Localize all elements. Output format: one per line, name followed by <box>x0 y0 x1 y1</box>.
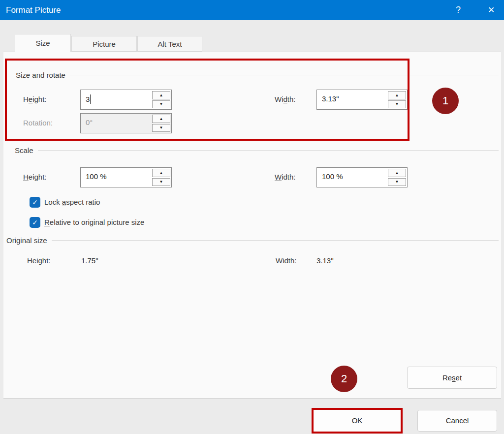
group-label-scale: Scale <box>15 146 33 155</box>
title-bar: Format Picture ? ✕ <box>0 0 504 20</box>
step1-badge: 1 <box>432 88 459 114</box>
checkmark-icon: ✓ <box>32 218 38 226</box>
rotation-input: 0° ▲ ▼ <box>80 113 172 133</box>
spinner-up-icon: ▲ <box>152 115 170 123</box>
scale-height-value: 100 % <box>81 168 151 187</box>
group-divider <box>70 75 499 75</box>
scale-width-input[interactable]: 100 % ▲ ▼ <box>316 167 408 187</box>
scale-width-label: Width: <box>275 173 296 181</box>
spinner-up-icon[interactable]: ▲ <box>152 169 170 177</box>
group-label-size-and-rotate: Size and rotate <box>16 71 65 79</box>
height-input[interactable]: 3 ▲ ▼ <box>80 90 172 110</box>
scale-height-input[interactable]: 100 % ▲ ▼ <box>80 167 172 187</box>
rotation-label: Rotation: <box>23 119 53 127</box>
original-height-label: Height: <box>27 256 51 265</box>
spinner-down-icon[interactable]: ▼ <box>388 100 406 109</box>
help-icon[interactable]: ? <box>451 0 466 20</box>
spinner-up-icon[interactable]: ▲ <box>388 91 406 99</box>
rotation-value: 0° <box>81 114 151 133</box>
cancel-button[interactable]: Cancel <box>417 410 497 432</box>
group-original-size: Original size <box>6 236 499 245</box>
checkmark-icon: ✓ <box>32 198 38 206</box>
group-size-and-rotate: Size and rotate <box>16 71 499 79</box>
original-width-label: Width: <box>276 256 297 265</box>
rotation-spinner: ▲ ▼ <box>152 115 170 132</box>
format-picture-dialog: Format Picture ? ✕ Size Picture Alt Text… <box>0 0 504 434</box>
tab-picture[interactable]: Picture <box>71 36 137 52</box>
original-height-value: 1.75" <box>81 256 98 265</box>
original-width-value: 3.13" <box>316 256 334 265</box>
group-divider <box>52 240 499 241</box>
spinner-down-icon: ▼ <box>152 124 170 132</box>
tab-size[interactable]: Size <box>15 34 71 52</box>
dialog-title: Format Picture <box>6 0 61 20</box>
width-input[interactable]: 3.13" ▲ ▼ <box>316 90 408 110</box>
scale-width-spinner: ▲ ▼ <box>388 169 406 186</box>
relative-to-original-checkbox[interactable]: ✓ <box>30 217 40 228</box>
width-label: Width: <box>275 95 296 103</box>
lock-aspect-ratio-label[interactable]: Lock aspect ratio <box>44 198 100 206</box>
spinner-up-icon[interactable]: ▲ <box>388 169 406 177</box>
tab-alt-text[interactable]: Alt Text <box>137 36 202 52</box>
height-label: Height: <box>23 95 47 103</box>
text-caret <box>90 94 91 104</box>
step2-badge: 2 <box>331 366 357 392</box>
height-spinner: ▲ ▼ <box>152 91 170 108</box>
group-divider <box>38 150 499 151</box>
relative-to-original-label[interactable]: Relative to original picture size <box>44 218 144 226</box>
ok-button[interactable]: OK <box>314 410 401 432</box>
spinner-up-icon[interactable]: ▲ <box>152 91 170 99</box>
spinner-down-icon[interactable]: ▼ <box>152 178 170 186</box>
ok-annotation-box: OK <box>312 408 403 434</box>
close-icon[interactable]: ✕ <box>484 0 499 20</box>
scale-width-value: 100 % <box>317 168 387 187</box>
reset-button[interactable]: Reset <box>407 367 497 389</box>
lock-aspect-ratio-checkbox[interactable]: ✓ <box>30 197 40 208</box>
width-value: 3.13" <box>317 90 387 109</box>
group-label-original-size: Original size <box>6 236 47 245</box>
scale-height-label: Height: <box>23 173 47 181</box>
scale-height-spinner: ▲ ▼ <box>152 169 170 186</box>
group-scale: Scale <box>15 146 499 155</box>
spinner-down-icon[interactable]: ▼ <box>388 178 406 186</box>
height-value: 3 <box>81 90 151 109</box>
width-spinner: ▲ ▼ <box>388 91 406 108</box>
spinner-down-icon[interactable]: ▼ <box>152 100 170 109</box>
